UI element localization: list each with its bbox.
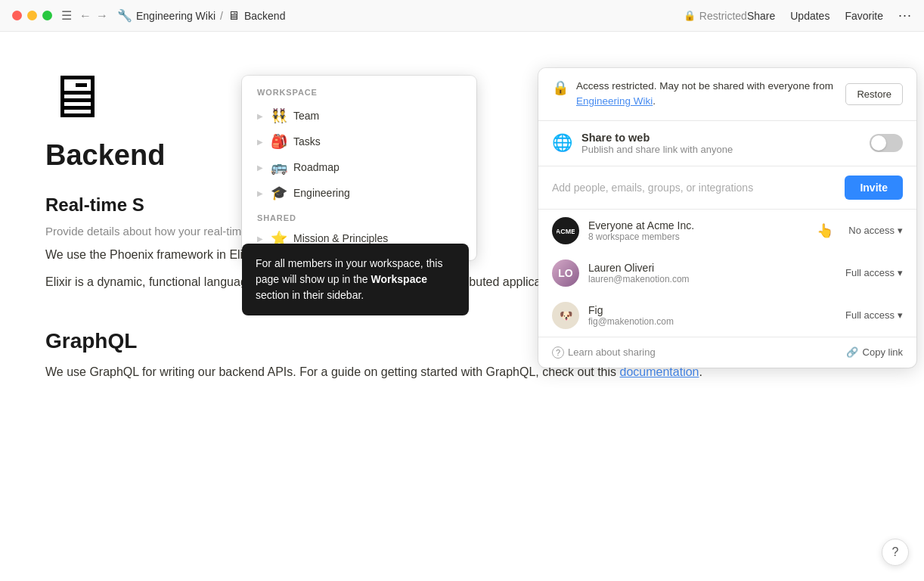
link-icon: 🔗 xyxy=(846,346,858,358)
hamburger-icon[interactable]: ☰ xyxy=(61,8,72,23)
breadcrumb-separator: / xyxy=(220,10,223,22)
member-info-fig: Fig fig@makenotion.com xyxy=(588,304,836,327)
traffic-light-minimize[interactable] xyxy=(27,11,37,20)
engineering-wiki-link[interactable]: Engineering Wiki xyxy=(576,95,653,107)
fig-access-label: Full access xyxy=(845,309,895,321)
svg-text:ACME: ACME xyxy=(557,228,575,235)
traffic-lights xyxy=(12,11,52,20)
roadmap-icon: 🚌 xyxy=(271,159,287,176)
access-banner: 🔒 Access restricted. May not be shared w… xyxy=(538,68,916,121)
share-web-row: 🌐 Share to web Publish and share link wi… xyxy=(538,121,916,166)
roadmap-expand-arrow: ▶ xyxy=(257,163,263,172)
lauren-chevron-icon: ▾ xyxy=(898,267,903,278)
help-icon: ? xyxy=(892,545,899,559)
favorite-button[interactable]: Favorite xyxy=(845,10,883,22)
learn-about-sharing-link[interactable]: ? Learn about sharing xyxy=(552,346,656,359)
mission-label: Mission & Principles xyxy=(293,232,388,244)
member-name-lauren: Lauren Oliveri xyxy=(588,262,836,274)
tasks-expand-arrow: ▶ xyxy=(257,138,263,146)
tooltip-bold: Workspace xyxy=(371,273,427,285)
updates-button[interactable]: Updates xyxy=(790,10,829,22)
lauren-access-dropdown[interactable]: Full access ▾ xyxy=(845,267,903,278)
tasks-icon: 🎒 xyxy=(271,133,287,150)
workspace-item-engineering[interactable]: ▶ 🎓 Engineering xyxy=(248,180,470,206)
forward-arrow[interactable]: → xyxy=(96,9,108,23)
tooltip-text-after: section in their sidebar. xyxy=(256,289,364,301)
share-web-subtitle: Publish and share link with anyone xyxy=(581,144,860,155)
tooltip-popup: For all members in your workspace, this … xyxy=(242,244,469,315)
copy-link-button[interactable]: 🔗 Copy link xyxy=(846,346,903,358)
acme-access-label: No access xyxy=(848,225,895,236)
access-lock-icon: 🔒 xyxy=(552,79,569,96)
cursor-icon: 👆 xyxy=(817,222,833,239)
access-banner-text: Access restricted. May not be shared wit… xyxy=(576,79,836,110)
titlebar: ☰ ← → 🔧 Engineering Wiki / 🖥 Backend 🔒 R… xyxy=(0,0,924,32)
member-row-acme: ACME Everyone at Acme Inc. 8 workspace m… xyxy=(538,210,916,252)
workspace-item-team[interactable]: ▶ 👯 Team xyxy=(248,103,470,129)
breadcrumb-page[interactable]: Backend xyxy=(244,10,285,22)
restricted-badge: 🔒 Restricted xyxy=(684,10,747,22)
access-banner-left: 🔒 Access restricted. May not be shared w… xyxy=(552,79,836,110)
fig-access-dropdown[interactable]: Full access ▾ xyxy=(845,309,903,321)
member-sub-acme: 8 workspace members xyxy=(588,231,808,242)
member-row-fig: 🐶 Fig fig@makenotion.com Full access ▾ xyxy=(538,294,916,337)
member-info-lauren: Lauren Oliveri lauren@makenotion.com xyxy=(588,262,836,284)
member-info-acme: Everyone at Acme Inc. 8 workspace member… xyxy=(588,219,808,242)
invite-input[interactable] xyxy=(552,182,837,194)
avatar-lauren: LO xyxy=(552,259,579,287)
help-button[interactable]: ? xyxy=(882,539,909,566)
nav-arrows: ← → xyxy=(79,9,108,23)
acme-chevron-icon: ▾ xyxy=(898,225,903,236)
team-icon: 👯 xyxy=(271,107,287,124)
traffic-light-close[interactable] xyxy=(12,11,22,20)
workspace-popup: WORKSPACE ▶ 👯 Team ▶ 🎒 Tasks ▶ 🚌 Roadmap… xyxy=(242,76,476,260)
fig-chevron-icon: ▾ xyxy=(898,309,903,321)
tasks-label: Tasks xyxy=(293,135,321,148)
share-panel: 🔒 Access restricted. May not be shared w… xyxy=(538,68,916,368)
member-row-lauren: LO Lauren Oliveri lauren@makenotion.com … xyxy=(538,252,916,294)
shared-section-label: SHARED xyxy=(248,206,470,225)
workspace-item-roadmap[interactable]: ▶ 🚌 Roadmap xyxy=(248,154,470,180)
member-name-acme: Everyone at Acme Inc. xyxy=(588,219,808,231)
globe-icon: 🌐 xyxy=(552,133,572,153)
question-circle-icon: ? xyxy=(552,346,564,359)
copy-link-label: Copy link xyxy=(863,346,903,358)
learn-text: Learn about sharing xyxy=(568,346,656,358)
restore-button[interactable]: Restore xyxy=(845,83,903,105)
breadcrumb-wiki[interactable]: Engineering Wiki xyxy=(136,10,215,22)
doc-link[interactable]: documentation xyxy=(620,365,699,378)
invite-row: Invite xyxy=(538,166,916,210)
invite-button[interactable]: Invite xyxy=(845,176,903,200)
toggle-knob xyxy=(871,135,886,151)
share-web-toggle[interactable] xyxy=(870,134,903,152)
acme-access-dropdown[interactable]: No access ▾ xyxy=(848,225,903,236)
titlebar-actions: Share Updates Favorite ··· xyxy=(747,8,912,23)
more-options-button[interactable]: ··· xyxy=(898,8,912,23)
lauren-access-label: Full access xyxy=(845,267,895,278)
breadcrumb-page-icon: 🖥 xyxy=(228,9,240,23)
mission-expand-arrow: ▶ xyxy=(257,235,263,243)
team-label: Team xyxy=(293,110,319,122)
share-web-text: Share to web Publish and share link with… xyxy=(581,132,860,155)
wiki-icon: 🔧 xyxy=(117,8,132,23)
breadcrumb: Engineering Wiki / 🖥 Backend xyxy=(136,9,681,23)
member-name-fig: Fig xyxy=(588,304,836,316)
avatar-acme: ACME xyxy=(552,217,579,244)
engineering-label: Engineering xyxy=(293,187,350,199)
back-arrow[interactable]: ← xyxy=(79,9,91,23)
lock-icon: 🔒 xyxy=(684,10,696,21)
workspace-section-label: WORKSPACE xyxy=(248,85,470,103)
avatar-fig: 🐶 xyxy=(552,302,579,329)
member-sub-lauren: lauren@makenotion.com xyxy=(588,274,836,284)
member-sub-fig: fig@makenotion.com xyxy=(588,316,836,327)
share-button[interactable]: Share xyxy=(747,10,775,22)
share-web-title: Share to web xyxy=(581,132,860,144)
engineering-expand-arrow: ▶ xyxy=(257,189,263,197)
share-footer: ? Learn about sharing 🔗 Copy link xyxy=(538,337,916,368)
engineering-icon: 🎓 xyxy=(271,185,287,201)
traffic-light-fullscreen[interactable] xyxy=(42,11,52,20)
roadmap-label: Roadmap xyxy=(293,161,340,173)
main-content: 🖥 Backend Real-time S Provide details ab… xyxy=(0,32,924,581)
workspace-item-tasks[interactable]: ▶ 🎒 Tasks xyxy=(248,129,470,154)
restricted-label[interactable]: Restricted xyxy=(699,10,747,22)
